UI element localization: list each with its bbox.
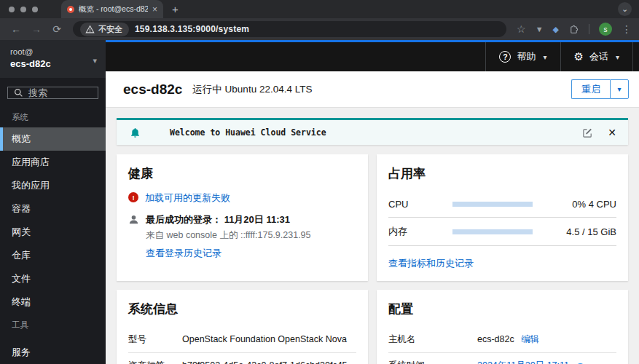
- cpu-usage-row: CPU 0% 4 CPU: [388, 191, 616, 218]
- hostname-row: 主机名 ecs-d82c 编辑: [388, 327, 616, 353]
- masthead: ? 帮助 ▾ ⚙ 会话 ▾: [106, 42, 639, 71]
- sidebar-item-my-apps[interactable]: 我的应用: [0, 174, 106, 197]
- sidebar-item-terminal[interactable]: 终端: [0, 290, 106, 314]
- toolbar-divider: [589, 24, 589, 34]
- os-version: Ubuntu 22.04.4 LTS: [225, 84, 313, 95]
- running-status: 运行中: [192, 84, 222, 95]
- address-bar[interactable]: 不安全 159.138.3.135:9000/system: [73, 21, 506, 37]
- model-value: OpenStack Foundation OpenStack Nova: [182, 334, 356, 344]
- window-close-button[interactable]: [9, 7, 15, 12]
- help-question-icon: ?: [499, 51, 511, 63]
- profile-avatar[interactable]: s: [599, 23, 612, 36]
- configuration-title: 配置: [388, 301, 616, 317]
- system-time-label: 系统时间: [388, 360, 477, 364]
- sidebar-item-repository[interactable]: 仓库: [0, 244, 106, 267]
- metrics-history-link[interactable]: 查看指标和历史记录: [388, 257, 474, 270]
- banner-close-icon[interactable]: ✕: [608, 127, 616, 138]
- toolbar-actions: ☆ ▼ ◆ s ⋮: [517, 23, 632, 36]
- cpu-progress-bar: [452, 202, 533, 207]
- last-login-label: 最后成功的登录：: [146, 214, 222, 225]
- system-time-link[interactable]: 2024年11月20日 17:11: [477, 360, 569, 364]
- favicon-icon: [67, 6, 74, 13]
- nav-section-system: 系统: [0, 106, 106, 127]
- nav-section-tools: 工具: [0, 314, 106, 335]
- system-info-title: 系统信息: [128, 301, 356, 317]
- hostname-value-wrap: ecs-d82c 编辑: [477, 333, 616, 346]
- health-title: 健康: [128, 165, 356, 182]
- tab-strip: 概览 - root@ecs-d82c × + ⌄: [0, 0, 639, 18]
- hostname-value: ecs-d82c: [477, 334, 514, 344]
- system-time-row: 系统时间 2024年11月20日 17:11 i: [388, 353, 616, 364]
- memory-progress-bar: [452, 229, 533, 234]
- sidebar-item-gateway[interactable]: 网关: [0, 221, 106, 244]
- motd-banner: Welcome to Huawei Cloud Service ✕: [117, 118, 628, 145]
- browser-toolbar: ← → ⟳ 不安全 159.138.3.135:9000/system ☆ ▼ …: [0, 18, 639, 40]
- extensions-puzzle-icon[interactable]: [568, 24, 579, 35]
- main-pane: ? 帮助 ▾ ⚙ 会话 ▾ ecs-d82c 运行中 Ubuntu 22.04.…: [106, 40, 639, 364]
- session-caret-down-icon: ▾: [616, 53, 619, 61]
- browser-tab[interactable]: 概览 - root@ecs-d82c ×: [61, 0, 163, 18]
- sidebar: root@ ecs-d82c ▾ 系统 概览 应用商店 我的应用 容器 网关 仓…: [0, 40, 106, 364]
- edit-icon[interactable]: [582, 127, 593, 138]
- overview-body: Welcome to Huawei Cloud Service ✕ 健康 ! 加…: [106, 108, 639, 364]
- restart-caret-down-icon[interactable]: ▾: [610, 79, 629, 99]
- last-login-row: 最后成功的登录： 11月20日 11:31 来自 web console 上的 …: [128, 213, 356, 260]
- sidebar-search[interactable]: [7, 87, 98, 99]
- reload-icon[interactable]: ⟳: [48, 23, 66, 35]
- extension-v-icon[interactable]: ▼: [536, 25, 544, 33]
- restart-split-button: 重启 ▾: [571, 79, 629, 99]
- host-caret-down-icon: ▾: [93, 56, 97, 66]
- usage-card: 占用率 CPU 0% 4 CPU 内存 4.5 / 15 GiB: [377, 154, 628, 281]
- card-grid: 健康 ! 加载可用的更新失败 最后成功的登录： 11月20日: [117, 154, 628, 364]
- memory-label: 内存: [388, 225, 452, 238]
- model-row: 型号 OpenStack Foundation OpenStack Nova: [128, 327, 356, 353]
- restart-button[interactable]: 重启: [571, 79, 610, 99]
- usage-title: 占用率: [388, 165, 616, 182]
- cockpit-app: root@ ecs-d82c ▾ 系统 概览 应用商店 我的应用 容器 网关 仓…: [0, 40, 639, 364]
- browser-menu-icon[interactable]: ⋮: [622, 23, 632, 35]
- browser-window: 概览 - root@ecs-d82c × + ⌄ ← → ⟳ 不安全 159.1…: [0, 0, 639, 364]
- warning-icon: [85, 25, 95, 33]
- session-menu-button[interactable]: ⚙ 会话 ▾: [560, 42, 633, 71]
- hostname-label: 主机名: [388, 333, 477, 346]
- cpu-label: CPU: [388, 199, 452, 210]
- search-input[interactable]: [28, 87, 92, 98]
- login-history-link[interactable]: 查看登录历史记录: [146, 248, 222, 258]
- system-time-value-wrap: 2024年11月20日 17:11 i: [477, 360, 616, 364]
- bell-icon: [130, 127, 141, 138]
- updates-failed-link[interactable]: 加载可用的更新失败: [145, 191, 230, 205]
- sidebar-item-files[interactable]: 文件: [0, 267, 106, 290]
- help-label: 帮助: [517, 50, 536, 63]
- window-controls[interactable]: [9, 7, 38, 12]
- host-switcher[interactable]: root@ ecs-d82c ▾: [0, 40, 106, 78]
- host-user: root@: [10, 47, 95, 56]
- window-zoom-button[interactable]: [32, 7, 38, 12]
- page-title: ecs-d82c: [123, 82, 182, 98]
- cpu-value: 0% 4 CPU: [533, 199, 616, 210]
- security-label: 不安全: [98, 24, 122, 35]
- new-tab-button[interactable]: +: [172, 3, 179, 15]
- sidebar-item-app-store[interactable]: 应用商店: [0, 151, 106, 174]
- hostname-edit-link[interactable]: 编辑: [521, 334, 539, 344]
- tab-close-icon[interactable]: ×: [152, 4, 157, 15]
- sidebar-item-overview[interactable]: 概览: [0, 127, 106, 151]
- forward-icon[interactable]: →: [28, 23, 45, 35]
- back-icon[interactable]: ←: [7, 23, 25, 35]
- page-header: ecs-d82c 运行中 Ubuntu 22.04.4 LTS 重启 ▾: [106, 71, 639, 108]
- memory-value: 4.5 / 15 GiB: [533, 226, 616, 237]
- sidebar-item-services[interactable]: 服务: [0, 341, 106, 364]
- user-icon: [128, 214, 139, 225]
- bookmark-star-icon[interactable]: ☆: [517, 23, 526, 35]
- last-login-info: 最后成功的登录： 11月20日 11:31 来自 web console 上的 …: [146, 213, 311, 260]
- tab-search-icon[interactable]: ⌄: [618, 2, 632, 16]
- sidebar-item-containers[interactable]: 容器: [0, 197, 106, 221]
- asset-tag-value: b79f9502-4d5e-43c0-8af7-1d6cbd30fc45: [182, 360, 356, 364]
- security-chip[interactable]: 不安全: [80, 23, 129, 36]
- last-login-line: 最后成功的登录： 11月20日 11:31: [146, 213, 311, 226]
- window-minimize-button[interactable]: [20, 7, 26, 12]
- help-menu-button[interactable]: ? 帮助 ▾: [485, 42, 560, 71]
- extension-diamond-icon[interactable]: ◆: [553, 25, 559, 34]
- updates-alert-row: ! 加载可用的更新失败: [128, 191, 356, 205]
- help-caret-down-icon: ▾: [543, 53, 546, 61]
- content: ecs-d82c 运行中 Ubuntu 22.04.4 LTS 重启 ▾ Wel…: [106, 71, 639, 364]
